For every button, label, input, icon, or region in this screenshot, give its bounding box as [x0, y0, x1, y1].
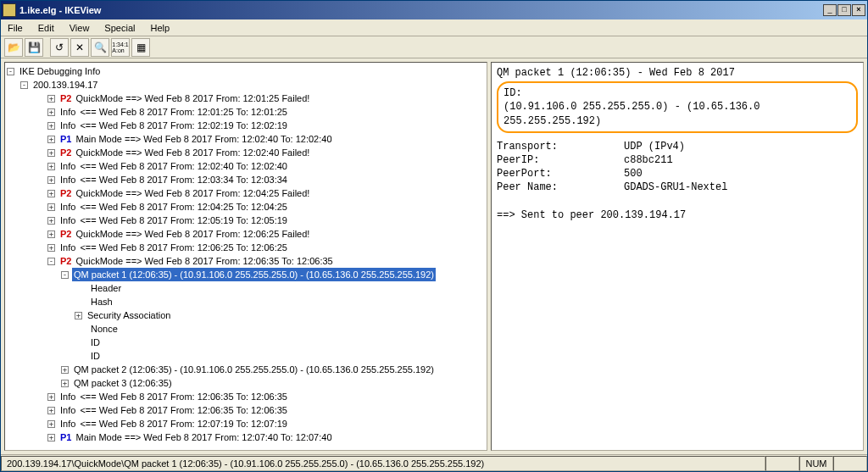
phase-badge: P1 — [60, 432, 71, 442]
tree-row[interactable]: +Info <== Wed Feb 8 2017 From: 12:06:35 … — [7, 403, 485, 417]
detail-id-highlight: ID: (10.91.106.0 255.255.255.0) - (10.65… — [497, 81, 858, 133]
tree-row[interactable]: -P2 QuickMode ==> Wed Feb 8 2017 From: 1… — [7, 254, 485, 268]
tree-row-label: ID — [89, 336, 102, 349]
collapse-icon[interactable]: - — [20, 81, 28, 89]
tree-row-label: Info <== Wed Feb 8 2017 From: 12:02:40 T… — [58, 159, 289, 173]
titlebar: 1.ike.elg - IKEView _ □ × — [1, 1, 867, 19]
tree-row[interactable]: Hash — [7, 295, 485, 308]
tree-row[interactable]: +P2 QuickMode ==> Wed Feb 8 2017 From: 1… — [7, 227, 485, 241]
tree-row[interactable]: +Security Association — [7, 308, 485, 322]
tree-row[interactable]: Header — [7, 281, 485, 295]
expand-icon[interactable]: + — [47, 203, 55, 211]
expand-icon[interactable]: + — [47, 176, 55, 184]
expand-icon[interactable]: + — [61, 380, 69, 387]
tree-row-label: P2 QuickMode ==> Wed Feb 8 2017 From: 12… — [58, 146, 311, 159]
expand-icon[interactable]: + — [47, 217, 55, 225]
tree-host[interactable]: - 200.139.194.17 — [7, 78, 485, 92]
tree-pane[interactable]: - IKE Debugging Info - 200.139.194.17 +P… — [4, 62, 487, 451]
detail-transport-label: Transport: — [497, 140, 624, 153]
menu-view[interactable]: View — [66, 21, 93, 35]
tree-row-label: Info <== Wed Feb 8 2017 From: 12:03:34 T… — [58, 173, 289, 186]
tree-row[interactable]: +Info <== Wed Feb 8 2017 From: 12:07:19 … — [7, 417, 485, 430]
save-icon[interactable]: 💾 — [25, 38, 43, 57]
maximize-button[interactable]: □ — [837, 4, 851, 16]
tree: - IKE Debugging Info - 200.139.194.17 +P… — [5, 63, 487, 446]
collapse-icon[interactable]: - — [7, 68, 14, 75]
expand-icon[interactable]: + — [47, 420, 55, 428]
expand-icon[interactable]: + — [47, 190, 55, 197]
detail-pane[interactable]: QM packet 1 (12:06:35) - Wed Feb 8 2017 … — [491, 62, 864, 451]
tree-row-label: Header — [89, 281, 123, 295]
detail-header: QM packet 1 (12:06:35) - Wed Feb 8 2017 — [497, 66, 858, 80]
detail-sent: ==> Sent to peer 200.139.194.17 — [497, 208, 858, 222]
tree-root[interactable]: - IKE Debugging Info — [7, 64, 485, 78]
status-path: 200.139.194.17\QuickMode\QM packet 1 (12… — [1, 456, 765, 471]
tree-leaf-spacer — [75, 325, 86, 333]
window: 1.ike.elg - IKEView _ □ × File Edit View… — [0, 0, 868, 472]
tree-row-label: Info <== Wed Feb 8 2017 From: 12:04:25 T… — [58, 200, 289, 214]
tree-row-label: Info <== Wed Feb 8 2017 From: 12:06:35 T… — [58, 403, 289, 417]
tree-row[interactable]: +Info <== Wed Feb 8 2017 From: 12:04:25 … — [7, 200, 485, 214]
new-icon[interactable]: ▦ — [131, 38, 150, 57]
tree-row[interactable]: +Info <== Wed Feb 8 2017 From: 12:03:34 … — [7, 173, 485, 186]
expand-icon[interactable]: + — [47, 393, 55, 401]
tree-row[interactable]: -QM packet 1 (12:06:35) - (10.91.106.0 2… — [7, 268, 485, 281]
app-icon — [3, 3, 16, 17]
tree-row[interactable]: +Info <== Wed Feb 8 2017 From: 12:06:35 … — [7, 390, 485, 403]
phase-badge: P2 — [60, 188, 71, 198]
menu-file[interactable]: File — [4, 21, 26, 35]
expand-icon[interactable]: + — [47, 244, 55, 252]
options-icon[interactable]: 1:34:1A:on — [111, 38, 130, 57]
expand-icon[interactable]: + — [47, 407, 55, 414]
search-icon[interactable]: 🔍 — [91, 38, 109, 57]
tree-row[interactable]: +QM packet 3 (12:06:35) — [7, 376, 485, 390]
expand-icon[interactable]: + — [47, 95, 55, 103]
undo-icon[interactable]: ↺ — [50, 38, 69, 57]
phase-badge: P1 — [60, 134, 71, 144]
tree-row[interactable]: ID — [7, 349, 485, 363]
tree-row-label: P1 Main Mode ==> Wed Feb 8 2017 From: 12… — [58, 132, 334, 146]
tree-row[interactable]: +Info <== Wed Feb 8 2017 From: 12:05:19 … — [7, 214, 485, 227]
close-button[interactable]: × — [852, 4, 865, 16]
tree-row[interactable]: +P2 QuickMode ==> Wed Feb 8 2017 From: 1… — [7, 186, 485, 200]
phase-badge: P2 — [60, 256, 71, 266]
collapse-icon[interactable]: - — [47, 258, 55, 265]
tree-row-label: QM packet 3 (12:06:35) — [72, 376, 174, 390]
tree-row-label: Info <== Wed Feb 8 2017 From: 12:01:25 T… — [58, 105, 289, 119]
collapse-icon[interactable]: - — [61, 271, 69, 279]
open-icon[interactable]: 📂 — [4, 38, 23, 57]
expand-icon[interactable]: + — [47, 163, 55, 170]
tree-row[interactable]: +Info <== Wed Feb 8 2017 From: 12:02:19 … — [7, 119, 485, 132]
tree-row[interactable]: Nonce — [7, 322, 485, 336]
tree-row[interactable]: +P2 QuickMode ==> Wed Feb 8 2017 From: 1… — [7, 92, 485, 105]
menu-special[interactable]: Special — [101, 21, 138, 35]
tree-row[interactable]: +Info <== Wed Feb 8 2017 From: 12:01:25 … — [7, 105, 485, 119]
detail-id-label: ID: — [504, 86, 851, 100]
expand-icon[interactable]: + — [61, 366, 69, 374]
expand-icon[interactable]: + — [47, 108, 55, 116]
detail-peerport-label: PeerPort: — [497, 167, 624, 180]
tree-row[interactable]: +QM packet 2 (12:06:35) - (10.91.106.0 2… — [7, 363, 485, 376]
expand-icon[interactable]: + — [47, 136, 55, 143]
tree-row-label: QM packet 1 (12:06:35) - (10.91.106.0 25… — [72, 268, 436, 281]
tree-row[interactable]: ID — [7, 336, 485, 349]
detail-peerip-value: c88bc211 — [624, 153, 673, 167]
tree-row[interactable]: +P2 QuickMode ==> Wed Feb 8 2017 From: 1… — [7, 146, 485, 159]
window-title: 1.ike.elg - IKEView — [19, 5, 823, 15]
expand-icon[interactable]: + — [47, 434, 55, 441]
tree-row[interactable]: +P1 Main Mode ==> Wed Feb 8 2017 From: 1… — [7, 430, 485, 444]
tree-row[interactable]: +Info <== Wed Feb 8 2017 From: 12:02:40 … — [7, 159, 485, 173]
expand-icon[interactable]: + — [47, 149, 55, 157]
minimize-button[interactable]: _ — [823, 4, 837, 16]
expand-icon[interactable]: + — [47, 230, 55, 238]
expand-icon[interactable]: + — [47, 122, 55, 130]
tree-row[interactable]: +Info <== Wed Feb 8 2017 From: 12:06:25 … — [7, 241, 485, 254]
tree-row-label: P2 QuickMode ==> Wed Feb 8 2017 From: 12… — [58, 254, 335, 268]
menu-help[interactable]: Help — [147, 21, 173, 35]
delete-icon[interactable]: ✕ — [70, 38, 89, 57]
expand-icon[interactable]: + — [75, 312, 82, 319]
tree-row-label: ID — [89, 349, 102, 363]
tree-row[interactable]: +P1 Main Mode ==> Wed Feb 8 2017 From: 1… — [7, 132, 485, 146]
menu-edit[interactable]: Edit — [35, 21, 58, 35]
tree-leaf-spacer — [75, 298, 86, 306]
